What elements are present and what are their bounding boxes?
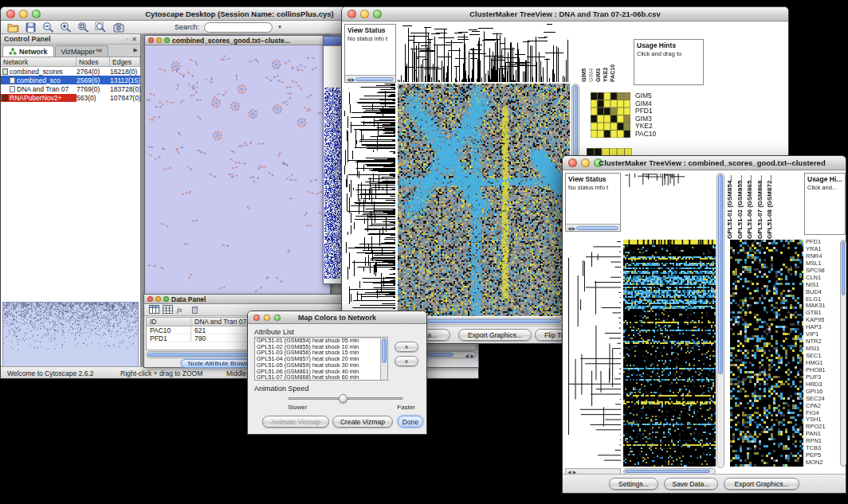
done-button[interactable]: Done	[398, 416, 423, 428]
column-label[interactable]: GPL51-08 (GSM872...	[766, 173, 775, 239]
heatmap[interactable]	[398, 84, 570, 316]
column-label[interactable]: YKE2	[603, 25, 609, 82]
save-session-icon[interactable]	[23, 21, 38, 33]
network-row-rnapubernov[interactable]: RNAPuberNov2+ 563(0) 107847(0)	[1, 93, 140, 102]
close-icon[interactable]	[6, 10, 15, 18]
dialog-titlebar[interactable]: Map Colors to Network	[248, 311, 426, 324]
column-dendrogram[interactable]	[623, 173, 716, 238]
heatmap-overview[interactable]	[730, 240, 803, 467]
network-canvas-2[interactable]	[324, 46, 342, 283]
scroll-right-icon[interactable]: ▶	[572, 225, 576, 231]
slider-thumb[interactable]	[339, 394, 347, 403]
scrollbar-thumb[interactable]	[382, 338, 387, 363]
minimize-icon[interactable]	[156, 37, 162, 43]
network-view-titlebar[interactable]: combined_scores_good.txt--cluste...	[145, 36, 330, 45]
close-icon[interactable]	[568, 158, 577, 167]
table-grid-icon[interactable]	[163, 303, 173, 317]
minimize-icon[interactable]	[264, 315, 270, 321]
gene-list-vscrollbar[interactable]	[840, 240, 846, 467]
search-input[interactable]	[204, 22, 273, 33]
column-dendrogram[interactable]	[398, 24, 570, 82]
heatmap-vscrollbar[interactable]	[716, 173, 724, 468]
network-canvas[interactable]	[145, 45, 330, 298]
open-session-icon[interactable]	[6, 21, 21, 33]
zoom-window-icon[interactable]	[373, 10, 382, 18]
col-network[interactable]: Network	[1, 57, 77, 66]
network-view-window: combined_scores_good.txt--cluste...	[144, 35, 331, 298]
scroll-left-icon[interactable]: ◀	[567, 225, 571, 231]
close-icon[interactable]	[347, 10, 356, 18]
float-panel-icon[interactable]: ▫	[126, 36, 128, 43]
close-icon[interactable]	[148, 37, 154, 43]
snapshot-icon[interactable]	[111, 21, 126, 33]
network-row-dna-tran[interactable]: DNA and Tran 07 7769(0) 183728(0)	[1, 84, 140, 93]
view-status-panel: View Status No status info t ◀ ▶	[344, 24, 396, 83]
attribute-list[interactable]: GPL51-01 (GSM854) heat shock 05 minGPL51…	[254, 337, 388, 381]
select-attributes-icon[interactable]	[149, 303, 159, 317]
zoom-out-icon[interactable]	[41, 21, 56, 33]
attribute-item[interactable]: GPL51-07 (GSM868) heat shock 60 min	[255, 374, 387, 381]
column-label[interactable]: GIM5	[581, 25, 587, 82]
heatmap[interactable]	[623, 240, 716, 467]
scrollbar-thumb[interactable]	[625, 470, 710, 473]
column-label[interactable]: GIM3	[595, 25, 602, 82]
row-dendrogram[interactable]	[344, 84, 395, 316]
minimize-icon[interactable]	[19, 10, 28, 18]
move-down-button[interactable]: ∨	[395, 356, 418, 366]
col-edges[interactable]: Edges	[110, 57, 140, 66]
tab-vizmapper[interactable]: VizMapper™	[55, 45, 109, 57]
scrollbar-thumb[interactable]	[842, 241, 845, 295]
zoom-window-icon[interactable]	[163, 296, 169, 302]
zoom-selected-icon[interactable]	[93, 21, 108, 33]
zoom-in-icon[interactable]	[58, 21, 73, 33]
zoom-window-icon[interactable]	[32, 10, 41, 18]
search-dropdown-icon[interactable]: ▾	[275, 24, 285, 30]
delete-attribute-icon[interactable]	[190, 303, 200, 317]
view-status-scrollbar[interactable]: ◀ ▶	[345, 75, 395, 82]
tab-network[interactable]: Network	[2, 45, 54, 57]
export-graphics-button[interactable]: Export Graphics...	[724, 478, 799, 490]
close-icon[interactable]	[147, 296, 153, 302]
tab-overflow-icon[interactable]: ▶	[134, 47, 138, 53]
move-up-button[interactable]: ∧	[395, 342, 418, 352]
create-vizmap-button[interactable]: Create Vizmap	[332, 416, 393, 428]
column-label[interactable]: GPL51-07 (GSM868...	[756, 173, 766, 239]
col-nodes[interactable]: Nodes	[77, 57, 110, 66]
column-label[interactable]: GIM4	[588, 25, 595, 82]
scrollbar-thumb[interactable]	[718, 174, 723, 374]
treeview-dna-titlebar[interactable]: ClusterMaker TreeView : DNA and Tran 07-…	[342, 7, 788, 21]
scroll-left-icon[interactable]: ◀	[347, 76, 351, 82]
matrix-label[interactable]: PAC10	[635, 131, 669, 139]
animate-vizmap-button[interactable]: Animate Vizmap	[262, 416, 329, 428]
network-row-combined-scores[interactable]: combined_scores 2764(0) 16218(0)	[1, 67, 140, 76]
network-row-combined-sco-selected[interactable]: combined_sco 2569(6) 13112(15)	[1, 76, 140, 84]
correlation-matrix[interactable]	[591, 92, 630, 138]
scroll-right-icon[interactable]: ▶	[351, 76, 355, 82]
network-view-2-titlebar[interactable]	[324, 37, 342, 46]
animation-speed-slider[interactable]	[288, 394, 403, 403]
view-status-scrollbar[interactable]: ◀ ▶	[566, 224, 620, 231]
zoom-window-icon[interactable]	[164, 37, 170, 43]
column-label[interactable]: GPL51-06 (GSM865...	[746, 173, 756, 239]
close-panel-icon[interactable]: ✕	[132, 36, 137, 43]
scroll-left-icon[interactable]: ◀	[465, 353, 469, 358]
scroll-right-icon[interactable]: ▶	[470, 353, 474, 358]
settings-button[interactable]: Settings...	[609, 478, 658, 490]
minimize-icon[interactable]	[155, 296, 161, 302]
close-icon[interactable]	[253, 315, 260, 321]
export-graphics-button[interactable]: Export Graphics...	[458, 329, 532, 341]
save-data-button[interactable]: Save Data...	[664, 478, 718, 490]
col-id[interactable]: ID	[147, 318, 191, 326]
gene-label[interactable]: MON2	[806, 459, 839, 467]
minimize-icon[interactable]	[360, 10, 369, 18]
column-label[interactable]: PAC10	[610, 25, 616, 82]
attribute-list-scrollbar[interactable]	[380, 338, 387, 380]
birdseye-view[interactable]	[2, 302, 139, 372]
formula-icon[interactable]: fx	[176, 303, 186, 317]
row-dendrogram[interactable]	[565, 240, 621, 467]
zoom-fit-icon[interactable]	[76, 21, 91, 33]
column-label[interactable]: GPL51-02 (GSM855...	[736, 173, 746, 239]
treeview-combined-titlebar[interactable]: ClusterMaker TreeView : combined_scores_…	[563, 156, 846, 170]
svg-text:fx: fx	[177, 306, 183, 314]
column-label[interactable]: GPL51-01 (GSM854...	[726, 173, 736, 239]
